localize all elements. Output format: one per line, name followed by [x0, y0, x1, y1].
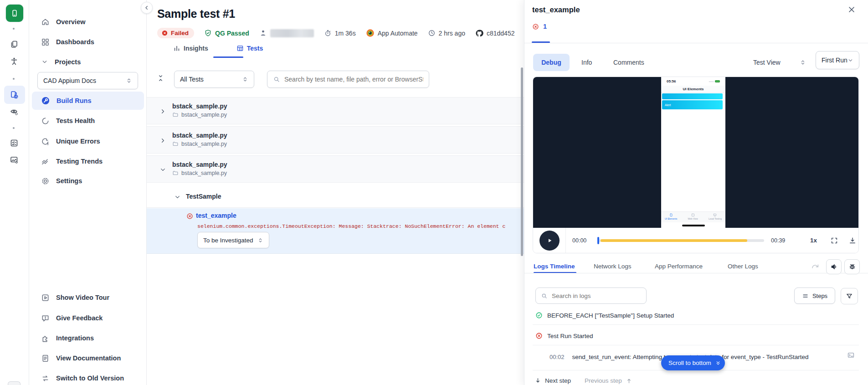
redo-icon[interactable]: [811, 262, 820, 272]
logs-search-input[interactable]: [552, 293, 641, 299]
sidebar-item-label: Testing Trends: [56, 158, 103, 165]
playback-speed[interactable]: 1x: [810, 237, 817, 244]
log-text: Test Run Started: [547, 333, 593, 339]
product-rail: [0, 0, 29, 385]
eye-settings-icon[interactable]: [8, 106, 20, 118]
sidebar-item-switch-old-version[interactable]: Switch to Old Version: [29, 369, 147, 385]
next-step-button[interactable]: Next step: [534, 377, 571, 384]
tab-tests[interactable]: Tests: [236, 45, 263, 52]
fullscreen-icon[interactable]: [830, 236, 838, 245]
test-name-link[interactable]: test_example: [196, 212, 236, 219]
sidebar-item-view-documentation[interactable]: View Documentation: [29, 349, 147, 367]
search-icon: [541, 293, 548, 299]
commit-link[interactable]: c81dd452: [475, 29, 515, 37]
play-button[interactable]: [539, 231, 560, 251]
sidebar-item-dashboards[interactable]: Dashboards: [29, 33, 147, 51]
file-path: bstack_sample.py: [172, 112, 227, 118]
device-screen-title: UI Elements: [683, 87, 704, 91]
image-settings-icon[interactable]: [8, 154, 20, 166]
failed-icon: [186, 213, 193, 220]
chevron-updown-icon: [800, 59, 806, 66]
sidebar-item-label: Integrations: [56, 334, 94, 342]
project-select-value: CAD Appium Docs: [43, 77, 96, 84]
tab-network-logs[interactable]: Network Logs: [594, 263, 632, 270]
project-select[interactable]: CAD Appium Docs: [37, 72, 138, 89]
close-icon[interactable]: [847, 5, 856, 14]
download-icon[interactable]: [848, 236, 857, 245]
steps-button[interactable]: Steps: [794, 287, 835, 304]
test-group-name: TestSample: [186, 193, 221, 200]
arrow-up-icon: [626, 377, 632, 384]
product-badge: App Automate: [366, 29, 418, 37]
file-row[interactable]: bstack_sample.py bstack_sample.py: [147, 97, 524, 124]
sidebar-item-label: View Documentation: [56, 354, 121, 362]
app-automate-logo[interactable]: [6, 5, 23, 22]
test-error-text: selenium.common.exceptions.TimeoutExcept…: [197, 223, 522, 229]
device-settings-icon[interactable]: [8, 89, 20, 101]
sidebar-item-settings[interactable]: Settings: [29, 172, 147, 190]
copy-icon[interactable]: [8, 38, 20, 50]
log-row[interactable]: Test Run Started: [535, 332, 593, 339]
seek-bar[interactable]: [597, 239, 764, 242]
filter-button[interactable]: [841, 288, 858, 304]
file-row-expanded[interactable]: bstack_sample.py bstack_sample.py: [147, 155, 524, 183]
sidebar-item-unique-errors[interactable]: Unique Errors: [29, 132, 147, 150]
audio-button[interactable]: [826, 259, 842, 274]
sidebar-item-projects[interactable]: Projects: [29, 53, 147, 71]
tab-debug[interactable]: Debug: [533, 54, 570, 71]
sidebar-item-integrations[interactable]: Integrations: [29, 329, 147, 347]
tab-insights[interactable]: Insights: [173, 45, 208, 52]
document-icon: [41, 354, 50, 363]
session-tab-1[interactable]: 1: [532, 23, 547, 30]
tab-app-performance[interactable]: App Performance: [655, 263, 703, 270]
selected-test-row[interactable]: test_example selenium.common.exceptions.…: [147, 208, 524, 254]
sidebar-item-label: Switch to Old Version: [56, 375, 124, 382]
test-group-row[interactable]: TestSample: [147, 186, 524, 208]
checklist-icon[interactable]: [8, 137, 20, 149]
folder-icon: [172, 112, 179, 118]
triage-status-select[interactable]: To be Investigated: [197, 232, 269, 248]
sidebar-item-overview[interactable]: Overview: [29, 13, 147, 31]
debug-bug-button[interactable]: [844, 259, 860, 274]
file-row[interactable]: bstack_sample.py bstack_sample.py: [147, 126, 524, 154]
list-scrollbar[interactable]: [521, 67, 523, 256]
tab-other-logs[interactable]: Other Logs: [728, 263, 758, 270]
file-path: bstack_sample.py: [172, 170, 227, 176]
chevron-left-icon: [144, 5, 150, 11]
player-controls: 00:00 00:39 1x: [533, 228, 858, 253]
total-time: 00:39: [771, 237, 785, 244]
tab-comments[interactable]: Comments: [613, 59, 644, 66]
log-row[interactable]: BEFORE_EACH ["TestSample"] Setup Started: [535, 312, 674, 319]
sidebar-item-tests-health[interactable]: Tests Health: [29, 112, 147, 130]
scroll-to-bottom-button[interactable]: Scroll to bottom: [661, 355, 725, 370]
scroll-to-bottom-label: Scroll to bottom: [668, 359, 711, 366]
sidebar-item-video-tour[interactable]: Show Video Tour: [29, 288, 147, 307]
sidebar-collapse-button[interactable]: [141, 2, 153, 14]
chevron-right-icon: [159, 137, 166, 144]
logs-search-box[interactable]: [535, 287, 647, 304]
run-select[interactable]: First Run: [816, 51, 859, 69]
view-switcher[interactable]: Test View: [753, 59, 806, 66]
test-search-input[interactable]: [284, 76, 423, 83]
shield-check-icon: [204, 29, 212, 37]
sidebar-item-testing-trends[interactable]: Testing Trends: [29, 152, 147, 170]
search-icon: [273, 76, 280, 83]
seek-cursor[interactable]: [597, 237, 599, 244]
tab-logs-timeline[interactable]: Logs Timeline: [534, 263, 575, 270]
test-search-box[interactable]: [267, 71, 429, 88]
divider: [524, 273, 868, 273]
folder-icon: [172, 141, 179, 147]
tab-info[interactable]: Info: [581, 59, 592, 66]
device-button-cut: [662, 93, 723, 99]
terminal-icon[interactable]: [847, 351, 855, 359]
sidebar-item-build-runs[interactable]: Build Runs: [32, 92, 144, 110]
tests-filter-select[interactable]: All Tests: [174, 71, 254, 88]
unique-errors-icon: [41, 137, 50, 146]
device-clock: 05:56: [667, 79, 676, 83]
accessibility-icon[interactable]: [8, 55, 20, 67]
device-screen: 05:56 •••• UI Elements Alert UI Elements: [661, 77, 725, 228]
device-signal-dots: ••••: [709, 80, 714, 83]
sidebar-item-give-feedback[interactable]: Give Feedback: [29, 309, 147, 327]
previous-step-button[interactable]: Previous step: [585, 377, 632, 384]
collapse-rows-icon[interactable]: [157, 74, 164, 82]
